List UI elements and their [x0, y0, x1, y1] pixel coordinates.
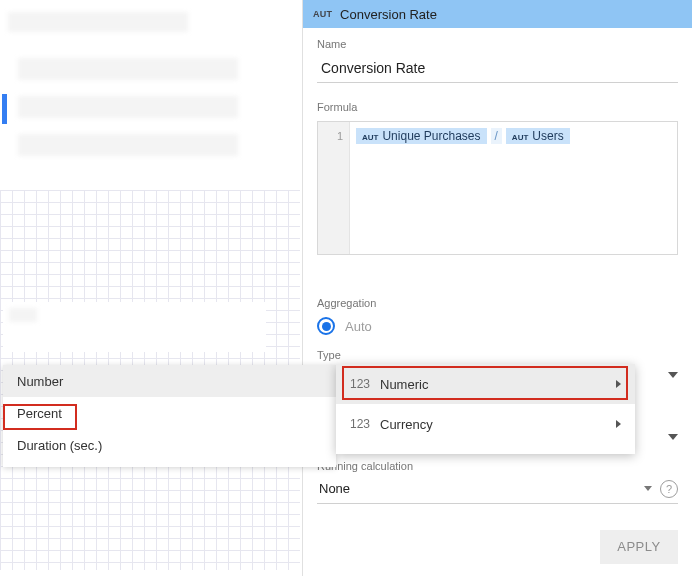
formula-editor[interactable]: 1 AUTUnique Purchases / AUTUsers	[317, 121, 678, 255]
chevron-right-icon	[616, 420, 621, 428]
type-menu: 123 Numeric 123 Currency	[336, 364, 635, 454]
apply-button[interactable]: APPLY	[600, 530, 678, 564]
background-blur	[18, 58, 238, 80]
type-option-currency[interactable]: 123 Currency	[336, 404, 635, 444]
formula-gutter: 1	[318, 122, 350, 254]
numeric-icon: 123	[350, 417, 380, 431]
chevron-down-icon[interactable]	[668, 372, 678, 378]
help-icon[interactable]: ?	[660, 480, 678, 498]
running-label: Running calculation	[317, 460, 678, 474]
auto-badge: AUT	[512, 133, 528, 142]
subtype-option-percent[interactable]: Percent	[3, 397, 336, 429]
background-blur	[18, 134, 238, 156]
formula-divider: /	[491, 128, 502, 144]
numeric-icon: 123	[350, 377, 380, 391]
menu-item-label: Percent	[17, 406, 62, 421]
background-blur	[8, 12, 188, 32]
panel-title: Conversion Rate	[340, 7, 437, 22]
menu-item-label: Duration (sec.)	[17, 438, 102, 453]
name-label: Name	[303, 28, 692, 54]
menu-item-label: Number	[17, 374, 63, 389]
canvas-card	[3, 302, 266, 352]
aggregation-label: Aggregation	[303, 255, 692, 313]
numeric-subtype-menu: Number Percent Duration (sec.)	[3, 365, 336, 467]
type-option-numeric[interactable]: 123 Numeric	[336, 364, 635, 404]
subtype-option-number[interactable]: Number	[3, 365, 336, 397]
background-blur	[18, 96, 238, 118]
chevron-down-icon[interactable]	[644, 486, 652, 491]
formula-token-users[interactable]: AUTUsers	[506, 128, 570, 144]
line-number: 1	[337, 130, 343, 142]
menu-item-label: Currency	[380, 417, 433, 432]
aggregation-auto-option[interactable]: Auto	[317, 313, 678, 341]
formula-content[interactable]: AUTUnique Purchases / AUTUsers	[350, 122, 677, 254]
chevron-down-icon[interactable]	[668, 434, 678, 440]
menu-item-label: Numeric	[380, 377, 428, 392]
panel-header: AUT Conversion Rate	[303, 0, 692, 28]
formula-token-unique-purchases[interactable]: AUTUnique Purchases	[356, 128, 487, 144]
running-value[interactable]: None	[317, 481, 350, 496]
subtype-option-duration[interactable]: Duration (sec.)	[3, 429, 336, 461]
auto-badge: AUT	[313, 9, 332, 19]
type-label: Type	[303, 341, 692, 365]
running-calculation-section: Running calculation None ?	[317, 460, 678, 504]
name-input[interactable]	[317, 54, 678, 83]
field-editor-panel: AUT Conversion Rate Name Formula 1 AUTUn…	[302, 0, 692, 576]
chevron-right-icon	[616, 380, 621, 388]
auto-badge: AUT	[362, 133, 378, 142]
aggregation-value: Auto	[345, 319, 372, 334]
selection-indicator	[2, 94, 7, 124]
app-root: AUT Conversion Rate Name Formula 1 AUTUn…	[0, 0, 692, 576]
formula-label: Formula	[303, 83, 692, 117]
radio-icon	[317, 317, 335, 335]
token-label: Users	[532, 129, 563, 143]
token-label: Unique Purchases	[382, 129, 480, 143]
